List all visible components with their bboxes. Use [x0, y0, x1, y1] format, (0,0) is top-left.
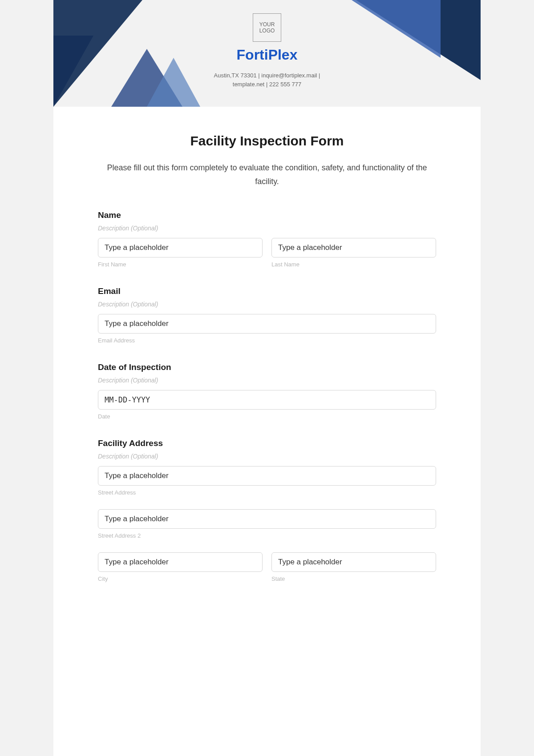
first-name-sublabel: First Name [98, 261, 263, 268]
address-group: Facility Address Description (Optional) … [98, 438, 436, 582]
street-address-sublabel: Street Address [98, 489, 436, 496]
last-name-input[interactable] [271, 238, 436, 257]
name-description: Description (Optional) [98, 225, 436, 232]
header-band: YOUR LOGO FortiPlex Austin,TX 73301 | in… [53, 0, 481, 107]
email-description: Description (Optional) [98, 301, 436, 308]
state-input[interactable] [271, 552, 436, 572]
brand-name: FortiPlex [53, 47, 481, 63]
email-group: Email Description (Optional) Email Addre… [98, 286, 436, 344]
date-sublabel: Date [98, 413, 436, 420]
first-name-input[interactable] [98, 238, 263, 257]
address-label: Facility Address [98, 438, 436, 448]
form-page: YOUR LOGO FortiPlex Austin,TX 73301 | in… [53, 0, 481, 756]
form-intro: Please fill out this form completely to … [98, 161, 436, 188]
address-description: Description (Optional) [98, 453, 436, 460]
logo-text: YOUR LOGO [259, 21, 275, 34]
street-address-2-input[interactable] [98, 509, 436, 529]
logo-placeholder: YOUR LOGO [253, 13, 281, 42]
street-address-2-sublabel: Street Address 2 [98, 532, 436, 539]
name-group: Name Description (Optional) First Name L… [98, 210, 436, 268]
form-title: Facility Inspection Form [98, 133, 436, 149]
city-input[interactable] [98, 552, 263, 572]
contact-info: Austin,TX 73301 | inquire@fortiplex.mail… [53, 71, 481, 88]
email-input[interactable] [98, 314, 436, 334]
email-sublabel: Email Address [98, 337, 436, 344]
street-address-input[interactable] [98, 466, 436, 486]
last-name-sublabel: Last Name [271, 261, 436, 268]
email-label: Email [98, 286, 436, 296]
date-description: Description (Optional) [98, 377, 436, 384]
state-sublabel: State [271, 575, 436, 582]
contact-line: template.net | 222 555 777 [53, 80, 481, 89]
contact-line: Austin,TX 73301 | inquire@fortiplex.mail… [53, 71, 481, 80]
date-label: Date of Inspection [98, 362, 436, 372]
date-group: Date of Inspection Description (Optional… [98, 362, 436, 420]
name-label: Name [98, 210, 436, 220]
city-sublabel: City [98, 575, 263, 582]
date-input[interactable] [98, 390, 436, 410]
form-area: Facility Inspection Form Please fill out… [53, 107, 481, 619]
